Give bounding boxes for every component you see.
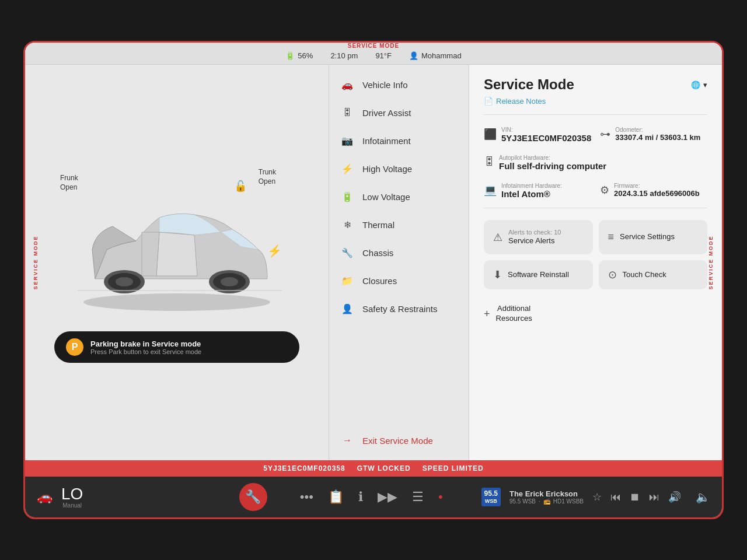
additional-resources-button[interactable]: + AdditionalResources <box>484 298 707 330</box>
menu-icon[interactable]: ☰ <box>412 489 424 505</box>
taskbar-left: 🚗 LO Manual <box>37 486 233 509</box>
more-icon[interactable]: ••• <box>300 489 313 505</box>
taskbar-controls: ☆ ⏮ ⏹ ⏭ 🔊 <box>592 491 681 503</box>
infotainment-hw-icon: 💻 <box>484 184 497 197</box>
hd-icon: 📻 <box>543 498 550 505</box>
action-buttons: ⚠ Alerts to check: 10 Service Alerts ≡ S… <box>484 220 707 289</box>
chevron-down-icon: ▾ <box>703 80 707 89</box>
side-label-right: SERVICE MODE <box>708 236 714 290</box>
menu-item-chassis[interactable]: 🔧 Chassis <box>329 239 469 267</box>
menu-item-label: High Voltage <box>362 164 412 174</box>
battery-icon: 🔋 <box>285 51 295 60</box>
document-icon: 📄 <box>484 97 493 106</box>
parking-text: Parking brake in Service mode Press Park… <box>90 340 201 355</box>
vin-icon: ⬛ <box>484 128 497 141</box>
service-alerts-button[interactable]: ⚠ Alerts to check: 10 Service Alerts <box>484 220 593 254</box>
taskbar: 🚗 LO Manual 🔧 ••• 📋 ℹ ▶▶ ☰ • 95.5 WSB <box>25 477 722 517</box>
infotainment-hw-info: 💻 Infotainment Hardware: Intel Atom® <box>484 183 591 199</box>
service-mode-header: Service Mode 🌐 ▾ <box>484 76 707 93</box>
low-voltage-icon: 🔋 <box>341 190 354 203</box>
odometer-info: ⊶ Odometer: 33307.4 mi / 53603.1 km <box>600 127 707 143</box>
exit-icon: → <box>341 434 354 447</box>
menu-item-label: Driver Assist <box>362 108 411 118</box>
play-icon[interactable]: ▶▶ <box>378 489 397 505</box>
taskbar-right[interactable]: 🔈 <box>696 490 710 504</box>
audio-icon[interactable]: 🔊 <box>668 491 681 503</box>
menu-item-low-voltage[interactable]: 🔋 Low Voltage <box>329 183 469 211</box>
service-mode-title: Service Mode <box>484 76 574 93</box>
vin-info: ⬛ VIN: 5YJ3E1EC0MF020358 <box>484 127 591 143</box>
main-content: SERVICE MODE SERVICE MODE Frunk Open Tru… <box>25 65 722 460</box>
software-reinstall-button[interactable]: ⬇ Software Reinstall <box>484 260 593 289</box>
favorite-icon[interactable]: ☆ <box>592 491 602 503</box>
thermal-icon: ❄ <box>341 218 354 231</box>
svg-point-0 <box>83 293 270 311</box>
hardware-grid: 💻 Infotainment Hardware: Intel Atom® ⚙ F… <box>484 183 707 199</box>
autopilot-info: 🎛 Autopilot Hardware: Full self-driving … <box>484 155 707 171</box>
service-mode-top-label: SERVICE MODE <box>348 43 400 49</box>
car-visualization: Frunk Open Trunk Open 🔓 ⚡ <box>43 162 311 326</box>
lock-icon: 🔓 <box>234 180 247 192</box>
menu-item-label: Closures <box>362 276 397 286</box>
svg-point-6 <box>221 277 238 286</box>
menu-item-label: Infotainment <box>362 136 411 146</box>
prev-track-icon[interactable]: ⏮ <box>610 491 621 503</box>
menu-item-driver-assist[interactable]: 🎛 Driver Assist <box>329 99 469 127</box>
stop-icon[interactable]: ⏹ <box>630 491 640 503</box>
temperature-display: 91°F <box>375 51 392 60</box>
alert-icon: ⚠ <box>493 231 502 244</box>
translate-icon: 🌐 <box>691 80 700 89</box>
radio-info: The Erick Erickson 95.5 WSB · 📻 HD1 WSBB <box>509 489 584 505</box>
right-panel: Service Mode 🌐 ▾ 📄 Release Notes ⬛ VIN: … <box>469 65 722 460</box>
menu-item-high-voltage[interactable]: ⚡ High Voltage <box>329 155 469 183</box>
firmware-info: ⚙ Firmware: 2024.3.15 afde5696006b <box>600 183 707 199</box>
frunk-label: Frunk Open <box>60 174 78 192</box>
touch-check-button[interactable]: ⊙ Touch Check <box>599 260 708 289</box>
odometer-icon: ⊶ <box>600 128 610 141</box>
touch-icon: ⊙ <box>608 268 617 281</box>
status-bar: SERVICE MODE 🔋 56% 2:10 pm 91°F 👤 Mohamm… <box>25 43 722 65</box>
closures-icon: 📁 <box>341 274 354 287</box>
vehicle-info-icon: 🚗 <box>341 78 354 91</box>
menu-item-vehicle-info[interactable]: 🚗 Vehicle Info <box>329 71 469 99</box>
next-track-icon[interactable]: ⏭ <box>649 491 659 503</box>
side-label-left: SERVICE MODE <box>33 236 39 290</box>
safety-icon: 👤 <box>341 302 354 315</box>
car-nav-icon[interactable]: 🚗 <box>37 489 53 505</box>
menu-item-label: Chassis <box>362 248 393 258</box>
menu-item-label: Thermal <box>362 220 395 230</box>
exit-label: Exit Service Mode <box>362 436 433 446</box>
manual-display: LO Manual <box>61 486 83 509</box>
chassis-icon: 🔧 <box>341 246 354 259</box>
user-display: 👤 Mohammad <box>409 51 462 60</box>
menu-item-closures[interactable]: 📁 Closures <box>329 267 469 295</box>
menu-item-label: Safety & Restraints <box>362 304 437 314</box>
exit-service-mode-button[interactable]: → Exit Service Mode <box>329 426 469 454</box>
release-notes-link[interactable]: 📄 Release Notes <box>484 97 707 106</box>
plus-icon: + <box>484 308 490 320</box>
menu-item-label: Low Voltage <box>362 192 410 202</box>
vin-status-gtw: GTW LOCKED <box>357 464 411 473</box>
menu-item-label: Vehicle Info <box>362 80 408 90</box>
service-mode-taskbar-button[interactable]: 🔧 <box>239 483 267 511</box>
autopilot-icon: 🎛 <box>484 156 494 168</box>
charging-icon: ⚡ <box>267 244 282 258</box>
infotainment-icon: 📷 <box>341 134 354 147</box>
taskbar-nav: ••• 📋 ℹ ▶▶ ☰ • <box>273 489 470 505</box>
dot-icon[interactable]: • <box>438 489 443 505</box>
parking-icon: P <box>66 338 83 356</box>
menu-item-infotainment[interactable]: 📷 Infotainment <box>329 127 469 155</box>
info-icon[interactable]: ℹ <box>358 489 363 505</box>
vin-status-speed: SPEED LIMITED <box>423 464 484 473</box>
info-grid: ⬛ VIN: 5YJ3E1EC0MF020358 ⊶ Odometer: 333… <box>484 127 707 143</box>
service-settings-button[interactable]: ≡ Service Settings <box>599 220 708 254</box>
menu-item-safety[interactable]: 👤 Safety & Restraints <box>329 295 469 323</box>
trunk-label: Trunk Open <box>259 168 276 186</box>
left-panel: Frunk Open Trunk Open 🔓 ⚡ <box>25 65 329 460</box>
time-display: 2:10 pm <box>330 51 358 60</box>
download-icon: ⬇ <box>493 268 502 281</box>
menu-item-thermal[interactable]: ❄ Thermal <box>329 211 469 239</box>
additional-resources-label: AdditionalResources <box>496 304 532 324</box>
clipboard-icon[interactable]: 📋 <box>328 489 344 505</box>
language-button[interactable]: 🌐 ▾ <box>691 80 707 89</box>
